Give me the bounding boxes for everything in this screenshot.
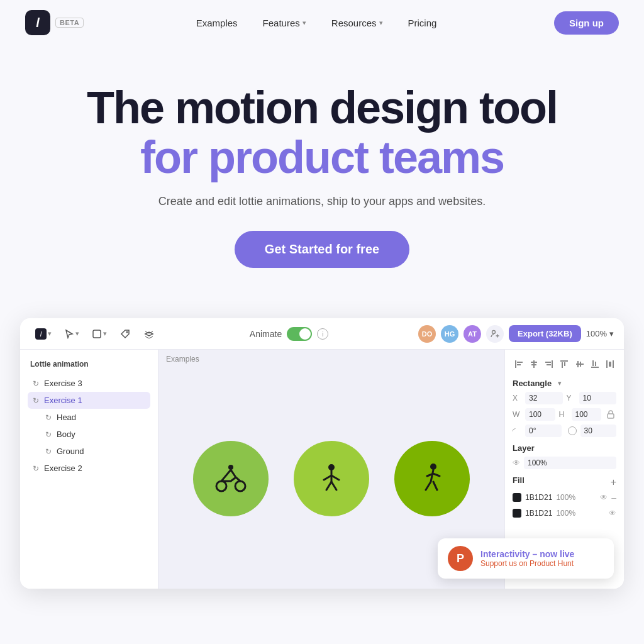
radius-value[interactable]: 30	[580, 425, 617, 437]
panel-body[interactable]: ↻ Body	[40, 426, 150, 443]
canvas-label: Examples	[158, 350, 504, 369]
align-left-button[interactable]	[513, 357, 525, 371]
distribute-button[interactable]	[604, 357, 616, 371]
corner-value[interactable]: 0°	[525, 425, 562, 437]
toolbar-center: Animate i	[250, 327, 328, 341]
cta-button[interactable]: Get Started for free	[235, 231, 409, 268]
w-label: W	[513, 410, 521, 419]
chevron-down-icon: ▾	[558, 379, 562, 387]
panel-section-title: Lottie animation	[28, 360, 150, 369]
panel-ground[interactable]: ↻ Ground	[40, 443, 150, 460]
fill-row-1: 1B1D21 100% 👁 –	[513, 492, 616, 502]
layer-section: Layer 👁 100%	[513, 443, 616, 469]
panel-head[interactable]: ↻ Head	[40, 409, 150, 426]
svg-rect-24	[592, 360, 594, 366]
eye-icon[interactable]: 👁	[513, 458, 520, 467]
svg-rect-22	[580, 362, 581, 367]
panel-exercise1[interactable]: ↻ Exercise 1	[28, 392, 150, 409]
product-hunt-icon: P	[448, 546, 473, 571]
layer-opacity-value[interactable]: 100%	[524, 457, 616, 469]
toolbar-layers-tool[interactable]	[138, 326, 160, 342]
navbar: l BETA Examples Features ▾ Resources ▾ P…	[0, 0, 644, 45]
chevron-down-icon: ▾	[75, 330, 79, 338]
chevron-down-icon: ▾	[379, 19, 383, 27]
avatar-at: AT	[464, 325, 481, 343]
align-middle-button[interactable]	[574, 357, 586, 371]
y-label: Y	[567, 394, 575, 402]
svg-rect-25	[595, 362, 596, 366]
signup-button[interactable]: Sign up	[554, 11, 619, 35]
w-value[interactable]: 100	[525, 408, 555, 421]
info-icon[interactable]: i	[317, 328, 328, 340]
svg-rect-21	[577, 361, 579, 367]
layer-label: Layer	[513, 443, 616, 453]
chevron-down-icon: ▾	[303, 19, 306, 27]
nav-resources[interactable]: Resources ▾	[321, 13, 393, 33]
align-top-button[interactable]	[558, 357, 570, 371]
toggle-knob	[299, 328, 311, 340]
align-center-button[interactable]	[528, 357, 540, 371]
eye-icon-2[interactable]: 👁	[609, 509, 616, 518]
wh-row: W 100 H 100	[513, 408, 616, 421]
yoga-icon	[313, 460, 350, 497]
ph-main-text: Interactivity – now live	[480, 549, 574, 559]
svg-point-3	[216, 481, 226, 491]
nav-features[interactable]: Features ▾	[253, 13, 316, 33]
fill-opacity: 100%	[556, 493, 575, 502]
cursor-icon	[64, 329, 74, 339]
svg-rect-8	[515, 360, 516, 368]
chevron-down-icon: ▾	[103, 330, 107, 338]
svg-rect-28	[609, 362, 611, 367]
avatar-do: DO	[418, 325, 436, 343]
panel-exercise2[interactable]: ↻ Exercise 2	[28, 460, 150, 477]
corner-row: ◜ 0° 30	[513, 425, 616, 437]
fill-swatch-2[interactable]	[513, 509, 521, 518]
svg-rect-15	[545, 362, 551, 363]
export-button[interactable]: Export (32KB)	[509, 325, 581, 342]
product-hunt-banner[interactable]: P Interactivity – now live Support us on…	[438, 538, 614, 579]
hero-title-line2: for product teams	[25, 133, 619, 182]
toolbar-shape-tool[interactable]: ▾	[87, 326, 112, 341]
app-mockup: l ▾ ▾ ▾ Animate	[20, 318, 624, 589]
cycle-icon: ↻	[45, 413, 52, 422]
nav-examples[interactable]: Examples	[186, 13, 248, 33]
hero-subtitle: Create and edit lottie animations, ship …	[25, 195, 619, 208]
toolbar-tag-tool[interactable]	[114, 326, 136, 342]
x-value[interactable]: 32	[525, 392, 563, 404]
panel-exercise3[interactable]: ↻ Exercise 3	[28, 375, 150, 392]
ph-sub-text: Support us on Product Hunt	[480, 559, 574, 568]
layers-icon	[143, 328, 155, 340]
toolbar-left: l ▾ ▾ ▾	[30, 326, 160, 342]
toolbar-select-tool[interactable]: ▾	[59, 326, 84, 341]
shape-section: Rectangle ▾ X 32 Y 10 W 100 H 100	[513, 379, 616, 437]
walking-icon	[413, 460, 451, 497]
hero-title-line1: The motion design tool	[25, 83, 619, 133]
add-fill-button[interactable]: +	[611, 477, 616, 488]
align-right-button[interactable]	[543, 357, 555, 371]
remove-fill-button[interactable]: –	[611, 492, 616, 502]
nav-pricing[interactable]: Pricing	[398, 13, 447, 33]
zoom-control[interactable]: 100% ▾	[586, 329, 614, 338]
h-value[interactable]: 100	[572, 408, 602, 421]
toolbar-logo-group[interactable]: l ▾	[30, 326, 57, 342]
svg-point-1	[126, 331, 128, 333]
svg-rect-9	[517, 362, 523, 363]
svg-point-4	[235, 481, 245, 491]
shape-label: Rectangle	[513, 379, 552, 388]
animate-toggle[interactable]	[287, 327, 312, 341]
avatar-hg: HG	[441, 325, 458, 343]
corner-icon: ◜	[513, 426, 521, 435]
y-value[interactable]: 10	[579, 392, 617, 404]
cycle-icon: ↻	[45, 447, 52, 456]
cycle-icon: ↻	[45, 430, 52, 439]
svg-rect-26	[606, 360, 608, 368]
add-user-button[interactable]	[486, 325, 504, 343]
mockup-toolbar: l ▾ ▾ ▾ Animate	[20, 318, 624, 350]
lock-ratio-icon[interactable]	[605, 409, 616, 420]
align-bottom-button[interactable]	[589, 357, 601, 371]
logo-letter: l	[36, 16, 40, 30]
eye-icon[interactable]: 👁	[600, 493, 608, 502]
fill-swatch[interactable]	[513, 493, 521, 502]
logo[interactable]: l BETA	[25, 10, 84, 35]
nav-links: Examples Features ▾ Resources ▾ Pricing	[186, 13, 447, 33]
